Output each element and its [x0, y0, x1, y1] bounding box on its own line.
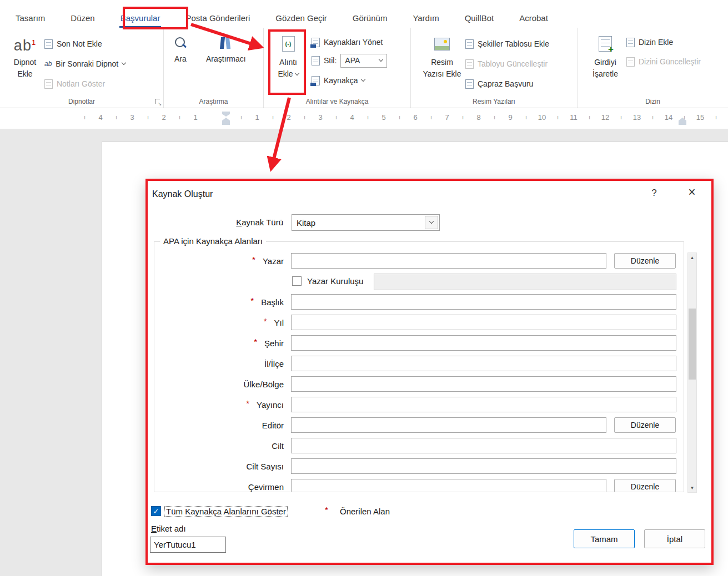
ruler-tick: ı — [620, 114, 622, 120]
field-label-text: Başlık — [261, 297, 284, 307]
field-input[interactable] — [291, 397, 676, 412]
ruler-number: 3 — [318, 113, 322, 122]
researcher-button[interactable]: Araştırmacı — [206, 37, 246, 63]
ribbon-group-research: Ara Araştırmacı Araştırma — [164, 28, 264, 108]
source-type-dropdown[interactable]: Kitap — [292, 214, 440, 231]
edit-button[interactable]: Düzenle — [614, 417, 676, 433]
bibliography-button[interactable]: Kaynakça — [312, 74, 365, 87]
manage-sources-button[interactable]: Kaynakları Yönet — [312, 36, 383, 48]
required-asterisk: * — [250, 296, 254, 305]
field-input[interactable] — [291, 438, 676, 453]
ruler-tick: ı — [399, 114, 400, 120]
field-row: Yazar Kuruluşu — [154, 274, 684, 290]
word-window: Tasarım Düzen Başvurular Posta Gönderile… — [0, 0, 728, 576]
field-input[interactable] — [291, 417, 606, 433]
tab-yardim[interactable]: Yardım — [411, 6, 440, 28]
ruler: 4ı3ı2ı1ı1ı2ı3ı4ı5ı6ı7ı8ı9ı10ı11ı12ı13ı14… — [0, 108, 728, 129]
endnote-icon — [44, 39, 53, 49]
ruler-number: 15 — [696, 113, 704, 122]
show-notes-button[interactable]: Notları Göster — [44, 78, 105, 90]
field-label-text: Çevirmen — [248, 482, 284, 492]
field-row: İl/İlçe — [154, 356, 684, 372]
tab-gorunum[interactable]: Görünüm — [352, 6, 389, 28]
insert-caption-button[interactable]: Resim Yazısı Ekle — [422, 31, 462, 80]
close-icon[interactable]: × — [684, 185, 700, 200]
insert-endnote-button[interactable]: Son Not Ekle — [44, 38, 102, 50]
tab-tasarim[interactable]: Tasarım — [14, 6, 46, 28]
ruler-number: 2 — [287, 113, 290, 122]
dialog-scrollbar[interactable]: ▲ ▼ — [687, 252, 697, 493]
chevron-down-icon[interactable] — [425, 216, 438, 229]
tag-name-input[interactable]: YerTutucu1 — [150, 537, 226, 553]
edit-button[interactable]: Düzenle — [614, 253, 676, 269]
field-row: Cilt — [154, 438, 684, 454]
search-icon — [174, 37, 187, 50]
chevron-down-icon — [361, 77, 365, 82]
edit-button[interactable]: Düzenle — [614, 479, 676, 492]
field-label-text: Şehir — [264, 338, 284, 348]
update-index-button[interactable]: Dizini Güncelleştir — [626, 55, 701, 68]
tab-quillbot[interactable]: QuillBot — [464, 6, 495, 28]
field-input[interactable] — [291, 294, 676, 310]
insert-endnote-label: Son Not Ekle — [57, 39, 102, 48]
mark-entry-button[interactable]: Girdiyi İşaretle — [586, 31, 624, 80]
insert-index-label: Dizin Ekle — [639, 38, 673, 47]
show-notes-icon — [44, 79, 53, 89]
dialog-launcher-icon[interactable] — [155, 99, 160, 104]
tab-posta-gonderileri[interactable]: Posta Gönderileri — [184, 6, 251, 28]
field-input[interactable] — [291, 376, 676, 392]
help-button[interactable]: ? — [647, 188, 661, 199]
insert-caption-icon — [434, 31, 450, 57]
style-label: Stil: — [324, 56, 337, 65]
field-input[interactable] — [291, 253, 606, 269]
insert-index-button[interactable]: Dizin Ekle — [626, 36, 673, 48]
cancel-button[interactable]: İptal — [644, 529, 705, 548]
first-line-indent-marker[interactable] — [222, 112, 230, 117]
field-label: *Şehir — [154, 335, 284, 351]
ruler-tick: ı — [525, 114, 527, 120]
ribbon-group-footnotes: ab1 Dipnot Ekle Son Not Ekle ab Bir Sonr… — [0, 28, 164, 108]
field-input[interactable] — [291, 335, 676, 351]
field-row: EditörDüzenle — [154, 417, 684, 434]
footnote-icon: ab1 — [14, 31, 36, 57]
chevron-down-icon — [122, 60, 126, 65]
author-organization-checkbox[interactable] — [292, 276, 302, 286]
tab-basvurular[interactable]: Başvurular — [119, 6, 162, 28]
insert-citation-button[interactable]: (-) Alıntı Ekle — [270, 31, 307, 80]
ruler-number: 4 — [98, 113, 102, 122]
next-footnote-button[interactable]: ab Bir Sonraki Dipnot — [44, 58, 125, 70]
field-label: *Başlık — [154, 294, 284, 310]
field-input[interactable] — [291, 315, 676, 330]
style-value: APA — [345, 56, 360, 65]
update-table-button[interactable]: Tabloyu Güncelleştir — [465, 58, 548, 70]
field-input[interactable] — [291, 458, 676, 474]
scroll-up-icon[interactable]: ▲ — [688, 253, 696, 262]
search-button[interactable]: Ara — [174, 37, 187, 63]
insert-caption-label-1: Resim — [431, 57, 453, 68]
show-all-fields-checkbox[interactable]: ✓ — [151, 506, 161, 516]
ok-button[interactable]: Tamam — [574, 529, 635, 548]
tab-gozden-gecir[interactable]: Gözden Geçir — [274, 6, 328, 28]
insert-footnote-button[interactable]: ab1 Dipnot Ekle — [7, 31, 43, 80]
ribbon-group-captions: Resim Yazısı Ekle Şekiller Tablosu Ekle … — [411, 28, 578, 108]
scrollbar-thumb[interactable] — [689, 309, 696, 380]
cross-reference-button[interactable]: Çapraz Başvuru — [465, 78, 533, 90]
tab-acrobat[interactable]: Acrobat — [518, 6, 549, 28]
field-input[interactable] — [291, 356, 676, 371]
left-indent-marker[interactable] — [222, 118, 230, 125]
insert-table-of-figures-button[interactable]: Şekiller Tablosu Ekle — [465, 38, 549, 50]
field-label-text: Yıl — [274, 318, 284, 327]
tab-duzen[interactable]: Düzen — [69, 6, 96, 28]
ruler-number: 1 — [193, 113, 197, 122]
ruler-number: 9 — [508, 113, 512, 122]
ruler-number: 7 — [445, 113, 449, 122]
ruler-tick: ı — [430, 114, 432, 120]
show-all-fields-label[interactable]: Tüm Kaynakça Alanlarını Göster — [165, 507, 287, 516]
field-label: Çevirmen — [154, 479, 284, 492]
field-label-text: İl/İlçe — [264, 359, 284, 368]
style-dropdown[interactable]: APA — [340, 54, 387, 68]
ruler-tick: ı — [462, 114, 464, 120]
ribbon-tab-strip: Tasarım Düzen Başvurular Posta Gönderile… — [0, 0, 728, 28]
scroll-down-icon[interactable]: ▼ — [688, 483, 696, 492]
field-input[interactable] — [291, 479, 606, 492]
